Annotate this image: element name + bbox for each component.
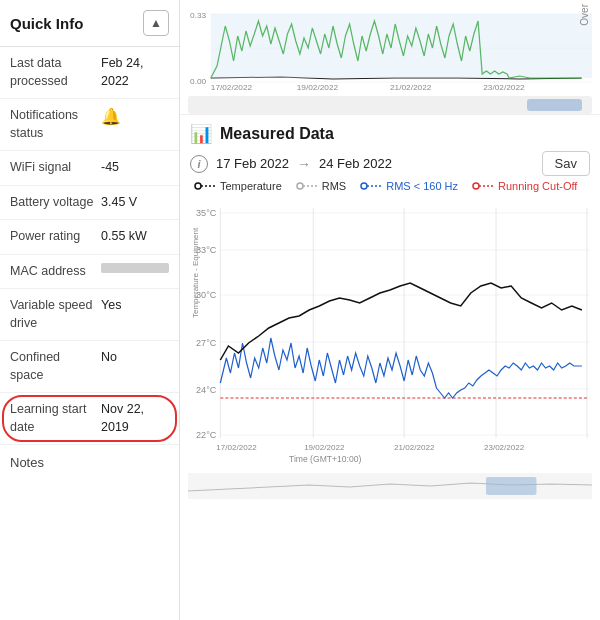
legend-temperature-label: Temperature [220,180,282,192]
svg-text:22°C: 22°C [196,430,217,440]
svg-rect-5 [211,14,592,78]
bar-chart-icon: 📊 [190,123,212,145]
notifications-label: Notifications status [10,107,95,142]
svg-text:17/02/2022: 17/02/2022 [216,443,257,452]
power-label: Power rating [10,228,95,246]
svg-text:23/02/2022: 23/02/2022 [484,443,525,452]
power-row: Power rating 0.55 kW [0,220,179,255]
svg-text:27°C: 27°C [196,338,217,348]
learning-row: Learning start date Nov 22, 2019 [0,393,179,445]
wifi-row: WiFi signal -45 [0,151,179,186]
svg-point-10 [195,183,201,189]
svg-text:Temperature - Equipment: Temperature - Equipment [191,227,200,318]
rms160-line-icon [360,181,382,191]
save-button[interactable]: Sav [542,151,590,176]
measured-header: 📊 Measured Data [190,123,590,145]
svg-text:23/02/2022: 23/02/2022 [483,83,525,91]
panel-header: Quick Info ▲ [0,0,179,47]
wifi-value: -45 [101,159,169,177]
svg-point-12 [297,183,303,189]
svg-text:35°C: 35°C [196,208,217,218]
legend-cutoff-label: Running Cut-Off [498,180,577,192]
top-scrollbar[interactable] [188,96,592,114]
wifi-label: WiFi signal [10,159,95,177]
legend-temperature: Temperature [194,180,282,192]
temperature-line-icon [194,181,216,191]
main-chart-svg: Temperature - Equipment 35°C 33°C 30°C 2… [188,198,592,468]
measured-title: Measured Data [220,125,334,143]
learning-value: Nov 22, 2019 [101,401,169,436]
svg-text:19/02/2022: 19/02/2022 [304,443,345,452]
learning-label: Learning start date [10,401,95,436]
legend-rms160: RMS < 160 Hz [360,180,458,192]
svg-text:21/02/2022: 21/02/2022 [390,83,432,91]
last-data-label: Last data processed [10,55,95,90]
info-circle-icon[interactable]: i [190,155,208,173]
svg-point-16 [473,183,479,189]
notes-label: Notes [10,455,44,470]
svg-text:0.33: 0.33 [190,11,207,20]
bottom-mini-svg [188,473,592,499]
date-to: 24 Feb 2022 [319,156,392,171]
mac-label: MAC address [10,263,95,281]
collapse-button[interactable]: ▲ [143,10,169,36]
legend-rms-label: RMS [322,180,346,192]
power-value: 0.55 kW [101,228,169,246]
svg-text:21/02/2022: 21/02/2022 [394,443,435,452]
battery-row: Battery voltage 3.45 V [0,186,179,221]
svg-text:33°C: 33°C [196,245,217,255]
battery-label: Battery voltage [10,194,95,212]
cutoff-line-icon [472,181,494,191]
battery-value: 3.45 V [101,194,169,212]
notes-row: Notes [0,445,179,480]
over-label: Over [579,4,590,26]
mac-row: MAC address [0,255,179,290]
svg-point-14 [361,183,367,189]
legend-cutoff: Running Cut-Off [472,180,577,192]
mac-value [101,263,169,273]
vsd-row: Variable speed drive Yes [0,289,179,341]
last-data-value: Feb 24, 2022 [101,55,169,90]
legend-rms160-label: RMS < 160 Hz [386,180,458,192]
top-chart: Over 0.33 0.00 17/02/2022 19/02/2022 21/… [180,0,600,115]
right-panel: Over 0.33 0.00 17/02/2022 19/02/2022 21/… [180,0,600,620]
top-chart-svg: 0.33 0.00 17/02/2022 19/02/2022 21/02/20… [188,6,592,91]
svg-text:19/02/2022: 19/02/2022 [297,83,339,91]
rms-line-icon [296,181,318,191]
vsd-value: Yes [101,297,169,315]
notifications-row: Notifications status 🔔 [0,99,179,151]
main-chart-area: Temperature - Equipment 35°C 33°C 30°C 2… [180,198,600,471]
confined-value: No [101,349,169,367]
date-from: 17 Feb 2022 [216,156,289,171]
confined-label: Confined space [10,349,95,384]
svg-text:Time (GMT+10:00): Time (GMT+10:00) [289,454,361,464]
date-arrow: → [297,156,311,172]
svg-text:0.00: 0.00 [190,77,207,86]
vsd-label: Variable speed drive [10,297,95,332]
top-scrollbar-thumb [527,99,582,111]
measured-section: 📊 Measured Data i 17 Feb 2022 → 24 Feb 2… [180,115,600,198]
last-data-row: Last data processed Feb 24, 2022 [0,47,179,99]
bottom-mini-chart [180,471,600,501]
svg-rect-43 [486,477,537,495]
panel-title: Quick Info [10,15,83,32]
date-range-bar: i 17 Feb 2022 → 24 Feb 2022 Sav [190,151,590,176]
legend-rms: RMS [296,180,346,192]
svg-text:24°C: 24°C [196,385,217,395]
svg-text:17/02/2022: 17/02/2022 [211,83,253,91]
confined-row: Confined space No [0,341,179,393]
svg-text:30°C: 30°C [196,290,217,300]
chart-legend: Temperature RMS RMS < 160 Hz [190,180,590,192]
left-panel: Quick Info ▲ Last data processed Feb 24,… [0,0,180,620]
bell-icon: 🔔 [101,107,121,126]
